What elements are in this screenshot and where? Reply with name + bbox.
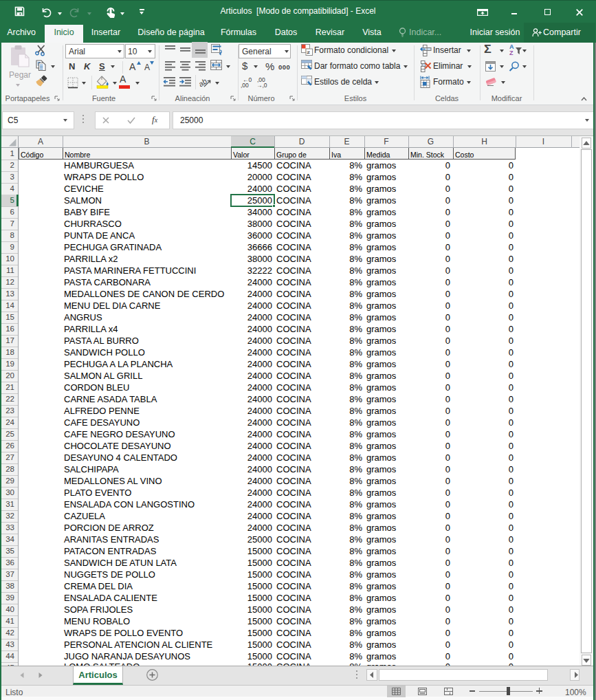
svg-text:≠: ≠ bbox=[307, 50, 311, 56]
svg-text:→,0: →,0 bbox=[256, 82, 267, 89]
svg-text:,00: ,00 bbox=[241, 82, 249, 89]
